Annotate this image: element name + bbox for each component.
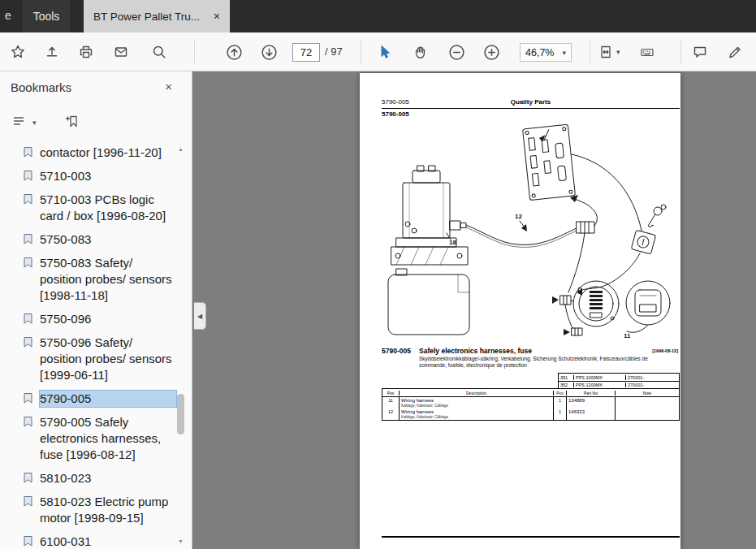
bookmark-item-selected[interactable]: 5790-005 (23, 391, 177, 407)
model-code: 352 (559, 383, 573, 387)
cell-description: Wiring harness Kablage; Kabelsatz; Câbla… (399, 409, 553, 420)
bookmarks-list: contactor [1996-11-20] 5710-003 5710-003… (0, 141, 177, 549)
cell-note (615, 397, 679, 409)
toolbar-separator (361, 41, 361, 63)
bookmark-item[interactable]: 5750-083 (23, 231, 177, 248)
header-pcs: Pcs (553, 391, 566, 396)
scroll-up-icon[interactable]: ▲ (176, 145, 185, 153)
model-row: 351 PPS 1000MX 270001- (559, 374, 679, 381)
chevron-down-icon: ▾ (562, 49, 566, 57)
bookmarks-toolbar: ▾ (11, 112, 79, 133)
cell-note (615, 409, 679, 420)
bookmark-item[interactable]: 5790-005 Safely electronics harnesses, f… (23, 414, 177, 463)
parts-diagram: 12 18 11 (372, 120, 680, 349)
tab-document[interactable]: BT Power Pallet Tru... × (84, 0, 230, 32)
chevron-down-icon[interactable]: ▾ (32, 119, 37, 127)
model-code: 351 (559, 375, 573, 380)
pdf-page: 5790-005 Quality Parts 5790-005 (360, 73, 680, 549)
add-bookmark-icon[interactable] (64, 114, 79, 132)
section-code: 5790-005 (382, 347, 411, 355)
cell-pcs: 1 (553, 409, 566, 420)
cell-part-no: 134889 (566, 397, 615, 409)
model-name: PPS 1000MX (573, 375, 625, 380)
page-count-label: / 97 (325, 45, 343, 58)
zoom-level-dropdown[interactable]: 46,7% ▾ (520, 43, 572, 62)
toolbar-separator (590, 41, 590, 63)
previous-page-icon[interactable] (224, 42, 244, 62)
close-tab-icon[interactable]: × (205, 10, 220, 23)
select-tool-icon[interactable] (374, 42, 394, 62)
header-note: Note (615, 391, 679, 396)
bookmarks-panel: Bookmarks × ▾ contactor [1996-11-20] 571… (0, 71, 192, 549)
page-header-title: Quality Parts (382, 98, 680, 106)
bookmark-item-label: 5810-023 (40, 470, 176, 486)
bookmark-item-label: 5750-083 Safety/ position probes/ sensor… (40, 255, 176, 304)
header-part-no: Part No (566, 391, 615, 396)
bookmark-item-label: contactor [1996-11-20] (40, 145, 176, 161)
bookmark-item[interactable]: 5810-023 Electric pump motor [1998-09-15… (23, 494, 177, 526)
keyboard-icon[interactable] (637, 42, 657, 62)
tab-home-partial[interactable]: e (5, 9, 11, 22)
next-section-rule (382, 536, 680, 538)
page-number-input[interactable] (292, 43, 320, 62)
find-magnifier-icon[interactable] (149, 42, 169, 62)
header-rule (382, 108, 680, 109)
zoom-in-icon[interactable] (482, 42, 501, 62)
table-row: 12 Wiring harness Kablage; Kabelsatz; Câ… (382, 409, 679, 420)
next-page-icon[interactable] (259, 42, 279, 62)
bookmark-item-label: 5790-005 (40, 391, 176, 407)
bookmarks-panel-title: Bookmarks (11, 80, 71, 94)
bookmark-item[interactable]: 5750-083 Safety/ position probes/ sensor… (23, 255, 177, 304)
chevron-down-icon[interactable]: ▾ (616, 48, 620, 56)
bookmark-item[interactable]: 5710-003 (23, 168, 177, 184)
collapse-sidebar-handle[interactable]: ◀ (194, 302, 206, 330)
bookmark-item-label: 6100-031 (40, 534, 176, 549)
section-subtitle: Skyddselektronikkablage/-säkring; Verkab… (419, 356, 664, 369)
toolbar-separator (680, 41, 681, 63)
document-tab-title: BT Power Pallet Tru... (93, 11, 200, 23)
close-panel-icon[interactable]: × (165, 80, 172, 93)
zoom-level-value: 46,7% (525, 47, 554, 58)
sidebar-scrollbar[interactable]: ▲ ▼ (176, 145, 185, 546)
hand-tool-icon[interactable] (411, 42, 430, 62)
share-upload-icon[interactable] (42, 42, 62, 62)
diagram-label-12: 12 (515, 213, 522, 220)
bookmark-item-label: 5790-005 Safely electronics harnesses, f… (40, 414, 176, 463)
model-serial: 270001- (625, 375, 679, 380)
bookmark-item[interactable]: 5710-003 PCBs logic card / box [1996-08-… (23, 192, 177, 224)
scrollbar-thumb[interactable] (177, 394, 184, 434)
scroll-down-icon[interactable]: ▼ (176, 537, 185, 546)
cell-part-no: 146323 (566, 409, 615, 420)
model-serial-table: 351 PPS 1000MX 270001- 352 PPS 1200MX 27… (558, 373, 680, 388)
bookmark-item-label: 5750-096 Safety/ position probes/ sensor… (40, 335, 176, 383)
bookmark-item[interactable]: 5750-096 (23, 311, 177, 327)
bookmark-item[interactable]: contactor [1996-11-20] (23, 145, 177, 161)
zoom-out-icon[interactable] (447, 42, 466, 62)
cell-pos: 12 (382, 409, 399, 420)
bookmark-item-label: 5810-023 Electric pump motor [1998-09-15… (40, 494, 176, 526)
table-row: 11 Wiring harness Kablage; Kabelsatz; Câ… (382, 397, 679, 409)
model-row: 352 PPS 1200MX 270001- (559, 381, 679, 388)
comment-icon[interactable] (690, 42, 710, 62)
cell-pos: 11 (382, 397, 399, 409)
parts-table-main: Pos Description Pcs Part No Note 11 Wiri… (382, 388, 680, 421)
main-toolbar: / 97 46,7% ▾ ▾ (0, 32, 756, 71)
fill-sign-pencil-icon[interactable] (725, 42, 745, 62)
bookmark-item[interactable]: 5750-096 Safety/ position probes/ sensor… (23, 335, 177, 383)
header-description: Description (399, 391, 553, 396)
print-icon[interactable] (76, 42, 96, 62)
page-fit-icon[interactable] (596, 42, 616, 62)
diagram-label-11: 11 (624, 332, 631, 339)
bookmark-item[interactable]: 5810-023 (23, 470, 177, 486)
table-header-row: Pos Description Pcs Part No Note (382, 389, 679, 397)
bookmark-options-icon[interactable] (11, 114, 26, 132)
section-title: Safely electronics harnesses, fuse (419, 347, 532, 355)
tab-tools[interactable]: Tools (23, 0, 70, 32)
bookmark-item[interactable]: 6100-031 (23, 534, 177, 549)
bookmark-item-label: 5750-083 (40, 231, 176, 248)
favorites-star-icon[interactable] (8, 42, 28, 62)
model-name: PPS 1200MX (573, 383, 625, 387)
page-section-code: 5790-005 (382, 110, 409, 118)
toolbar-separator (194, 41, 195, 63)
email-icon[interactable] (111, 42, 131, 62)
